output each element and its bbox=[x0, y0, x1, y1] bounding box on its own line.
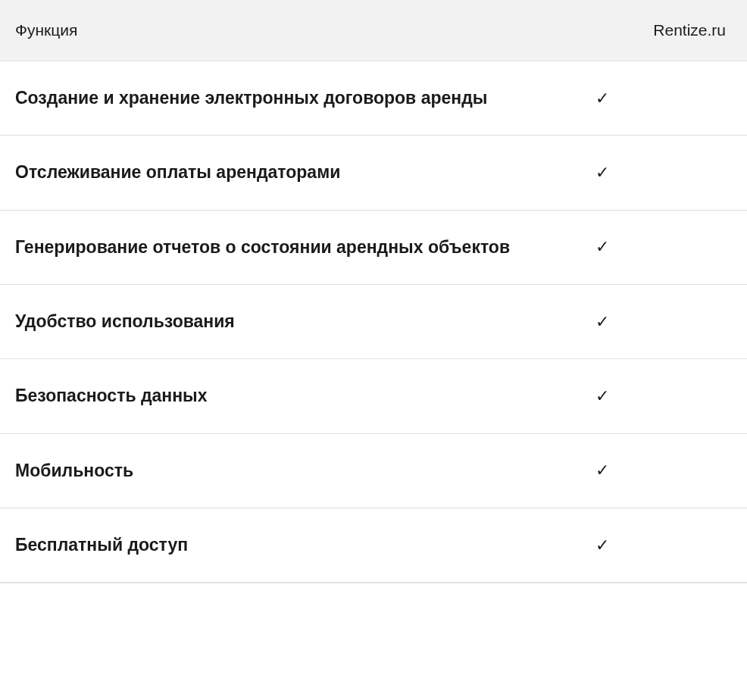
feature-label: Безопасность данных bbox=[0, 359, 550, 433]
check-icon: ✓ bbox=[550, 285, 747, 359]
table-row: Бесплатный доступ ✓ bbox=[0, 508, 747, 583]
column-header-brand: Rentize.ru bbox=[550, 0, 747, 61]
table-row: Безопасность данных ✓ bbox=[0, 359, 747, 433]
feature-comparison-table: Функция Rentize.ru Создание и хранение э… bbox=[0, 0, 747, 583]
feature-label: Бесплатный доступ bbox=[0, 508, 550, 583]
column-header-feature: Функция bbox=[0, 0, 550, 61]
check-icon: ✓ bbox=[550, 210, 747, 284]
table-body: Создание и хранение электронных договоро… bbox=[0, 61, 747, 583]
feature-label: Генерирование отчетов о состоянии арендн… bbox=[0, 210, 550, 284]
feature-label: Мобильность bbox=[0, 433, 550, 508]
table-row: Генерирование отчетов о состоянии арендн… bbox=[0, 210, 747, 284]
table-row: Отслеживание оплаты арендаторами ✓ bbox=[0, 136, 747, 210]
table-row: Удобство использования ✓ bbox=[0, 285, 747, 359]
feature-label: Удобство использования bbox=[0, 285, 550, 359]
check-icon: ✓ bbox=[550, 433, 747, 508]
check-icon: ✓ bbox=[550, 61, 747, 136]
feature-label: Создание и хранение электронных договоро… bbox=[0, 61, 550, 136]
table-row: Мобильность ✓ bbox=[0, 433, 747, 508]
table-row: Создание и хранение электронных договоро… bbox=[0, 61, 747, 136]
check-icon: ✓ bbox=[550, 359, 747, 433]
feature-label: Отслеживание оплаты арендаторами bbox=[0, 136, 550, 210]
check-icon: ✓ bbox=[550, 508, 747, 583]
table-header-row: Функция Rentize.ru bbox=[0, 0, 747, 61]
check-icon: ✓ bbox=[550, 136, 747, 210]
